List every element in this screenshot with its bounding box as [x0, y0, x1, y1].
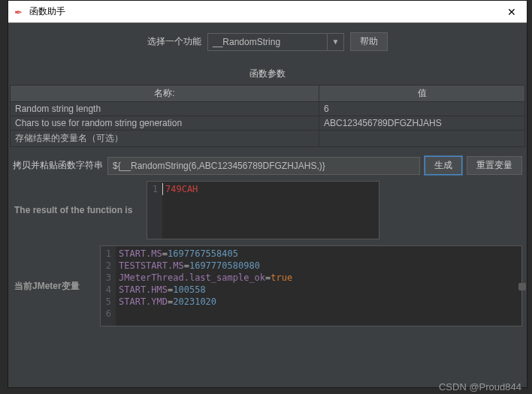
param-value-cell[interactable]: ABC123456789DFGZHJAHS [319, 116, 525, 131]
gutter: 123456 [101, 246, 116, 326]
col-header-name: 名称: [11, 86, 319, 102]
generate-row: 拷贝并粘贴函数字符串 生成 重置变量 [13, 156, 522, 175]
params-header-row: 名称: 值 [11, 86, 525, 102]
result-value: 749CAH [165, 184, 198, 194]
param-name-cell: 存储结果的变量名（可选） [11, 131, 319, 147]
reset-vars-button[interactable]: 重置变量 [467, 156, 522, 175]
copy-paste-label: 拷贝并粘贴函数字符串 [13, 159, 103, 172]
close-button[interactable]: ✕ [503, 3, 521, 21]
generate-button[interactable]: 生成 [425, 156, 462, 175]
gutter: 1 [147, 182, 162, 239]
titlebar: ✒ 函数助手 ✕ [8, 1, 527, 23]
jmeter-vars-textarea[interactable]: 123456 START.MS=1697767558405TESTSTART.M… [100, 245, 522, 326]
table-row: Chars to use for random string generatio… [11, 116, 525, 131]
watermark: CSDN @Proud844 [439, 381, 521, 392]
scrollbar-thumb[interactable] [518, 283, 526, 290]
function-helper-dialog: ✒ 函数助手 ✕ 选择一个功能 __RandomString ▼ 帮助 函数参数… [8, 0, 527, 388]
function-select-label: 选择一个功能 [147, 35, 201, 48]
table-row: 存储结果的变量名（可选） [11, 131, 525, 147]
window-title: 函数助手 [29, 5, 503, 18]
param-name-cell: Chars to use for random string generatio… [11, 116, 319, 131]
function-combobox[interactable]: __RandomString ▼ [207, 33, 344, 51]
param-name-cell: Random string length [11, 102, 319, 116]
param-value-cell[interactable] [319, 131, 525, 147]
result-label: The result of the function is [13, 205, 147, 215]
params-title: 函数参数 [8, 65, 527, 85]
function-combobox-value: __RandomString [208, 37, 327, 47]
param-value-cell[interactable]: 6 [319, 102, 525, 116]
jmeter-vars-row: 当前JMeter变量 123456 START.MS=1697767558405… [13, 245, 522, 326]
params-table: 名称: 值 Random string length 6 Chars to us… [10, 85, 525, 147]
function-selector-row: 选择一个功能 __RandomString ▼ 帮助 [8, 32, 527, 51]
chevron-down-icon: ▼ [327, 34, 343, 50]
table-row: Random string length 6 [11, 102, 525, 116]
dialog-content: 选择一个功能 __RandomString ▼ 帮助 函数参数 名称: 值 Ra… [8, 23, 527, 387]
col-header-value: 值 [319, 86, 525, 102]
jmeter-vars-block: 123456 START.MS=1697767558405TESTSTART.M… [100, 245, 522, 326]
help-button[interactable]: 帮助 [350, 32, 388, 51]
code-lines: START.MS=1697767558405TESTSTART.MS=16977… [116, 246, 521, 326]
jmeter-vars-label: 当前JMeter变量 [13, 280, 100, 293]
feather-icon: ✒ [14, 7, 25, 17]
result-row: The result of the function is 1 749CAH [13, 181, 522, 239]
code-lines: 749CAH [162, 182, 379, 239]
function-string-input[interactable] [107, 157, 420, 175]
result-textarea[interactable]: 1 749CAH [147, 181, 379, 239]
